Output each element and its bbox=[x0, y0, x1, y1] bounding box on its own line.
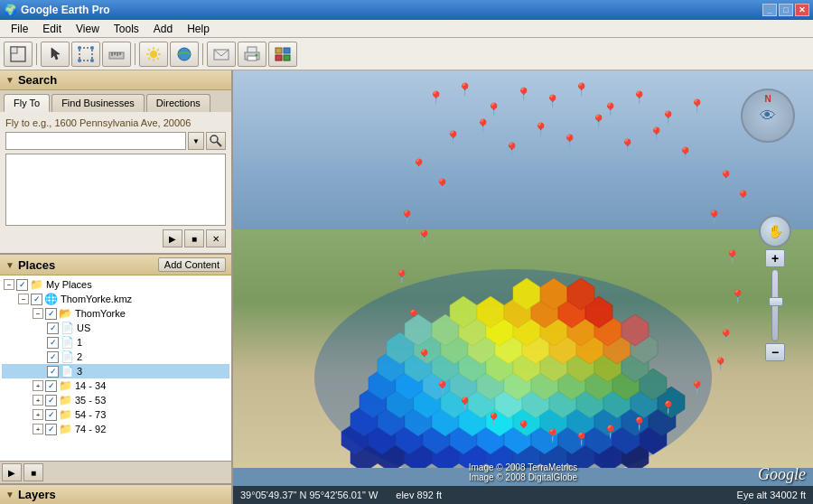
search-section-header[interactable]: ▼ Search bbox=[0, 70, 231, 90]
planet-button[interactable] bbox=[170, 42, 199, 67]
print-button[interactable] bbox=[238, 42, 266, 67]
svg-rect-26 bbox=[276, 48, 282, 53]
search-play-button[interactable]: ▶ bbox=[163, 229, 182, 247]
titlebar: 🌍 Google Earth Pro _ □ ✕ bbox=[0, 0, 813, 20]
label-2: 2 bbox=[77, 351, 82, 362]
search-section: ▼ Search Fly To Find Businesses Directio… bbox=[0, 70, 231, 255]
folder-icon-14-34: 📁 bbox=[59, 379, 72, 392]
tree-item-35-53[interactable]: + ✓ 📁 35 - 53 bbox=[2, 393, 229, 407]
menubar: File Edit View Tools Add Help bbox=[0, 20, 813, 38]
tab-find-businesses[interactable]: Find Businesses bbox=[51, 94, 145, 112]
zoom-out-button[interactable]: − bbox=[765, 343, 785, 361]
check-54-73[interactable]: ✓ bbox=[45, 409, 57, 421]
check-thomyorke-kmz[interactable]: ✓ bbox=[31, 294, 42, 305]
expander-my-places[interactable]: − bbox=[4, 279, 14, 290]
zoom-slider-thumb[interactable] bbox=[769, 297, 783, 306]
check-us[interactable]: ✓ bbox=[47, 322, 59, 334]
tree-item-3[interactable]: ✓ 📄 3 bbox=[2, 364, 229, 378]
map-area[interactable]: 📍 📍 📍 📍 📍 📍 📍 📍 📍 📍 📍 📍 📍 📍 📍 📍 📍 📍 📍 📍 … bbox=[233, 70, 813, 504]
nav-compass[interactable]: N 👁 bbox=[741, 89, 795, 143]
search-input[interactable] bbox=[5, 132, 186, 150]
layers-section[interactable]: ▼ Layers bbox=[0, 483, 231, 504]
compass-ring[interactable]: N 👁 bbox=[741, 89, 795, 143]
search-dropdown-button[interactable]: ▼ bbox=[188, 132, 204, 150]
check-1[interactable]: ✓ bbox=[47, 337, 59, 349]
svg-point-30 bbox=[210, 135, 218, 143]
expander-35-53[interactable]: + bbox=[33, 395, 43, 406]
places-header-left[interactable]: ▼ Places bbox=[5, 258, 55, 272]
svg-line-17 bbox=[157, 58, 159, 60]
toolbar bbox=[0, 38, 813, 70]
zoom-tilt-control[interactable]: ✋ bbox=[759, 215, 791, 247]
zoom-slider-track[interactable] bbox=[771, 269, 779, 341]
svg-line-19 bbox=[148, 58, 150, 60]
label-1: 1 bbox=[77, 337, 82, 348]
expander-thomyorke[interactable]: − bbox=[33, 308, 43, 319]
search-stop-button[interactable]: ■ bbox=[184, 229, 204, 247]
places-section: ▼ Places Add Content − ✓ 📁 My Places − ✓ bbox=[0, 255, 231, 483]
search-section-label: Search bbox=[18, 73, 57, 87]
menu-tools[interactable]: Tools bbox=[107, 21, 146, 37]
expander-thomyorke-kmz[interactable]: − bbox=[18, 294, 29, 304]
expander-74-92[interactable]: + bbox=[33, 424, 43, 434]
search-results bbox=[5, 154, 226, 226]
search-hint: Fly to e.g., 1600 Pennsylvania Ave, 2000… bbox=[5, 117, 226, 128]
check-3[interactable]: ✓ bbox=[47, 366, 59, 378]
tree-item-54-73[interactable]: + ✓ 📁 54 - 73 bbox=[2, 407, 229, 422]
check-35-53[interactable]: ✓ bbox=[45, 395, 57, 406]
tree-item-us[interactable]: ✓ 📄 US bbox=[2, 321, 229, 335]
places-play-button[interactable]: ▶ bbox=[2, 463, 22, 481]
tree-item-1[interactable]: ✓ 📄 1 bbox=[2, 335, 229, 350]
minimize-button[interactable]: _ bbox=[762, 4, 777, 16]
svg-rect-24 bbox=[248, 56, 257, 61]
tree-item-my-places[interactable]: − ✓ 📁 My Places bbox=[2, 277, 229, 292]
tab-fly-to[interactable]: Fly To bbox=[4, 94, 50, 112]
svg-point-20 bbox=[178, 48, 191, 61]
close-button[interactable]: ✕ bbox=[795, 4, 809, 16]
label-thomyorke: ThomYorke bbox=[75, 308, 126, 319]
maximize-button[interactable]: □ bbox=[779, 4, 793, 16]
check-thomyorke[interactable]: ✓ bbox=[45, 308, 57, 320]
expander-14-34[interactable]: + bbox=[33, 380, 43, 391]
draw-polygon-button[interactable] bbox=[71, 42, 100, 67]
places-stop-button[interactable]: ■ bbox=[23, 463, 43, 481]
tree-item-14-34[interactable]: + ✓ 📁 14 - 34 bbox=[2, 378, 229, 393]
svg-line-16 bbox=[148, 49, 150, 51]
check-2[interactable]: ✓ bbox=[47, 351, 59, 363]
check-my-places[interactable]: ✓ bbox=[16, 279, 28, 291]
svg-line-31 bbox=[217, 142, 221, 146]
app-title: Google Earth Pro bbox=[21, 4, 110, 16]
tree-item-2[interactable]: ✓ 📄 2 bbox=[2, 350, 229, 364]
menu-file[interactable]: File bbox=[4, 21, 35, 37]
tree-item-thomyorke-kmz[interactable]: − ✓ 🌐 ThomYorke.kmz bbox=[2, 292, 229, 306]
tab-directions[interactable]: Directions bbox=[146, 94, 210, 112]
extra-button[interactable] bbox=[268, 42, 297, 67]
tree-item-thomyorke[interactable]: − ✓ 📂 ThomYorke bbox=[2, 306, 229, 321]
tree-item-74-92[interactable]: + ✓ 📁 74 - 92 bbox=[2, 422, 229, 436]
toolbar-separator-1 bbox=[36, 43, 37, 65]
search-clear-button[interactable]: ✕ bbox=[206, 229, 226, 247]
add-content-button[interactable]: Add Content bbox=[158, 257, 226, 272]
check-74-92[interactable]: ✓ bbox=[45, 424, 57, 435]
menu-view[interactable]: View bbox=[69, 21, 107, 37]
menu-edit[interactable]: Edit bbox=[35, 21, 69, 37]
status-eye-alt: Eye alt 34002 ft bbox=[737, 490, 806, 500]
menu-add[interactable]: Add bbox=[146, 21, 180, 37]
copyright-line-1: Image © 2008 TerraMetrics bbox=[469, 462, 578, 472]
nav-view-button[interactable] bbox=[4, 42, 33, 67]
label-thomyorke-kmz: ThomYorke.kmz bbox=[61, 294, 132, 304]
sun-button[interactable] bbox=[139, 42, 168, 67]
expander-54-73[interactable]: + bbox=[33, 409, 43, 420]
menu-help[interactable]: Help bbox=[180, 21, 217, 37]
folder-icon-35-53: 📁 bbox=[59, 394, 72, 406]
places-tree: − ✓ 📁 My Places − ✓ 🌐 ThomYorke.kmz bbox=[0, 275, 231, 461]
zoom-in-button[interactable]: + bbox=[765, 249, 785, 267]
places-controls: ▶ ■ bbox=[0, 461, 231, 483]
layers-section-label: Layers bbox=[18, 488, 56, 501]
email-button[interactable] bbox=[207, 42, 236, 67]
pointer-tool-button[interactable] bbox=[41, 42, 70, 67]
ruler-button[interactable] bbox=[102, 42, 131, 67]
compass-north-label: N bbox=[764, 94, 771, 104]
check-14-34[interactable]: ✓ bbox=[45, 380, 57, 392]
search-go-button[interactable] bbox=[206, 132, 226, 150]
